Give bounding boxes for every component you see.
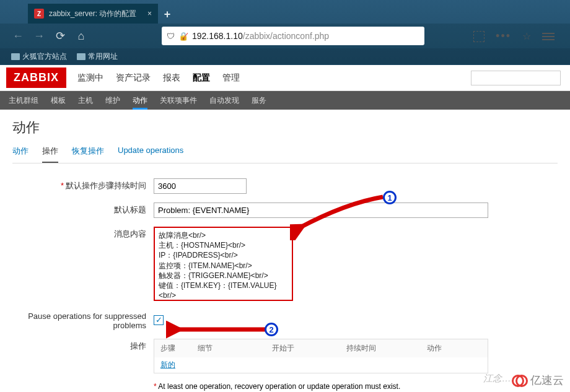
bookmark-folder-2[interactable]: 常用网址	[77, 51, 118, 62]
tab-update-ops[interactable]: Update operations	[118, 146, 183, 163]
tab-title: zabbix_server: 动作的配置	[49, 9, 142, 19]
watermark-text: 亿速云	[530, 373, 564, 388]
pause-checkbox[interactable]: ✓	[154, 315, 164, 325]
sub-menu-discovery[interactable]: 自动发现	[209, 92, 239, 110]
bookmark-label: 火狐官方站点	[22, 51, 67, 62]
message-label: 消息内容	[12, 227, 154, 240]
tab-favicon: Z	[34, 9, 44, 19]
tab-action[interactable]: 动作	[12, 146, 28, 163]
menu-icon[interactable]	[542, 33, 555, 40]
bookmark-bar: 火狐官方站点 常用网址	[0, 48, 570, 64]
url-text: 192.168.1.10/zabbix/actionconf.php	[192, 31, 419, 41]
bookmark-label: 常用网址	[88, 51, 118, 62]
forward-button[interactable]: →	[30, 27, 48, 45]
back-button[interactable]: ←	[9, 27, 27, 45]
bookmark-star-icon[interactable]: ☆	[522, 30, 531, 42]
subject-label: 默认标题	[12, 203, 154, 216]
top-menu-reports[interactable]: 报表	[163, 72, 180, 84]
sub-menu-services[interactable]: 服务	[252, 92, 266, 110]
watermark-faint: 江念…	[483, 373, 511, 385]
reload-button[interactable]: ⟳	[51, 27, 69, 45]
close-icon[interactable]: ×	[147, 9, 152, 18]
watermark: 亿速云	[512, 372, 564, 388]
zabbix-logo[interactable]: ZABBIX	[6, 68, 66, 88]
bookmark-folder-1[interactable]: 火狐官方站点	[11, 51, 67, 62]
ops-col-start: 开始于	[272, 343, 346, 354]
operations-table: 步骤 细节 开始于 持续时间 动作 新的	[154, 339, 488, 373]
ops-col-details: 细节	[198, 343, 272, 354]
zabbix-header: ZABBIX 监测中 资产记录 报表 配置 管理	[0, 65, 570, 91]
pause-label: Pause operations for suppressed problems	[12, 310, 154, 330]
tab-strip: Z zabbix_server: 动作的配置 × +	[0, 0, 570, 24]
url-bar[interactable]: 🛡 🔒̸ 192.168.1.10/zabbix/actionconf.php	[162, 27, 424, 45]
url-path: /zabbix/actionconf.php	[243, 31, 329, 41]
duration-label: *默认操作步骤持续时间	[12, 178, 154, 191]
tab-operations[interactable]: 操作	[42, 146, 58, 163]
sub-menu-templates[interactable]: 模板	[51, 92, 66, 110]
new-tab-button[interactable]: +	[158, 5, 177, 24]
config-tabs: 动作 操作 恢复操作 Update operations	[12, 146, 558, 163]
message-textarea[interactable]: 故障消息<br/> 主机：{HOSTNAME}<br/> IP：{IPADDRE…	[154, 227, 293, 301]
sub-menu-correlation[interactable]: 关联项事件	[160, 92, 197, 110]
top-menu-monitoring[interactable]: 监测中	[77, 72, 103, 84]
subject-input[interactable]	[154, 203, 488, 218]
top-menu: 监测中 资产记录 报表 配置 管理	[77, 72, 240, 84]
tab-recovery[interactable]: 恢复操作	[72, 146, 104, 163]
ops-col-action: 动作	[427, 343, 481, 354]
sub-menu-hosts[interactable]: 主机	[78, 92, 93, 110]
browser-tab[interactable]: Z zabbix_server: 动作的配置 ×	[28, 4, 158, 24]
sub-menu-hostgroups[interactable]: 主机群组	[9, 92, 38, 110]
top-menu-administration[interactable]: 管理	[222, 72, 240, 84]
url-host: 192.168.1.10	[192, 31, 243, 41]
search-input[interactable]	[471, 71, 561, 85]
top-menu-inventory[interactable]: 资产记录	[116, 72, 151, 84]
sub-menu: 主机群组 模板 主机 维护 动作 关联项事件 自动发现 服务	[0, 91, 570, 110]
new-operation-link[interactable]: 新的	[160, 360, 175, 369]
watermark-logo-icon	[512, 372, 528, 388]
top-menu-configuration[interactable]: 配置	[193, 72, 210, 84]
ops-col-step: 步骤	[160, 343, 198, 354]
duration-input[interactable]	[154, 178, 247, 194]
sub-menu-maintenance[interactable]: 维护	[105, 92, 120, 110]
insecure-icon[interactable]: 🔒̸	[178, 32, 188, 41]
shield-icon[interactable]: 🛡	[167, 32, 175, 41]
sub-menu-actions[interactable]: 动作	[133, 92, 147, 110]
folder-icon	[77, 53, 86, 60]
browser-toolbar: ← → ⟳ ⌂ 🛡 🔒̸ 192.168.1.10/zabbix/actionc…	[0, 24, 570, 48]
home-button[interactable]: ⌂	[72, 27, 90, 45]
ops-col-duration: 持续时间	[346, 343, 427, 354]
page-actions-icon[interactable]: •••	[496, 30, 511, 43]
qr-icon[interactable]	[473, 31, 484, 42]
page-content: 动作 动作 操作 恢复操作 Update operations *默认操作步骤持…	[0, 110, 570, 392]
page-title: 动作	[12, 118, 558, 137]
ops-label: 操作	[12, 339, 154, 352]
folder-icon	[11, 53, 20, 60]
